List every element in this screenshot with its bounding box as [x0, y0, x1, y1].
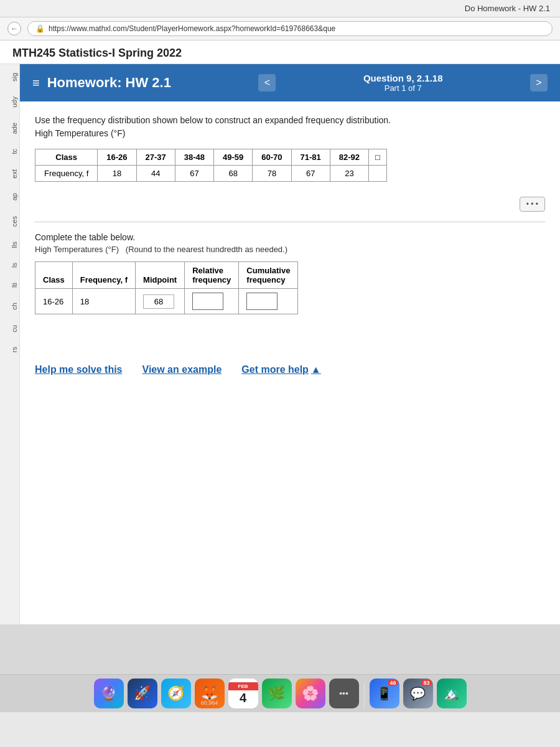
problem-instruction: Use the frequency distribution shown bel…	[35, 114, 545, 140]
mac-dock: 🔮 🚀 🧭 🦊 60,964 FEB 4 🌿 🌸 ••• 📱 46 💬 83 🏔…	[0, 674, 560, 712]
source-header-8292: 82-92	[330, 149, 368, 166]
relative-freq-input-1[interactable]	[192, 293, 223, 310]
ans-class-1: 16-26	[35, 289, 73, 314]
sidebar-label-lls: lls	[0, 239, 19, 250]
answer-table: Class Frequency, f Midpoint Relativefreq…	[35, 261, 298, 314]
dock-badge-83-count: 83	[421, 680, 431, 686]
content-spacer	[0, 624, 560, 674]
source-freq-2: 44	[136, 166, 175, 182]
cumulative-freq-input-1[interactable]	[246, 293, 278, 310]
more-btn-area: • • •	[35, 197, 545, 212]
sidebar-label-ade: ade	[0, 120, 19, 136]
dock-separator	[364, 684, 365, 708]
dock-safari[interactable]: 🧭	[161, 679, 191, 708]
source-freq-4: 68	[214, 166, 253, 182]
dock-rocket[interactable]: 🚀	[128, 679, 157, 708]
source-header-6070: 60-70	[253, 149, 291, 166]
dock-more[interactable]: •••	[329, 679, 359, 708]
sidebar-label-lti: lti	[0, 280, 19, 290]
source-header-3848: 38-48	[175, 149, 213, 166]
sidebar-label-tc: tc	[0, 146, 19, 157]
homework-title: Homework: HW 2.1	[47, 75, 171, 91]
sidebar-label-ap: ap	[0, 190, 19, 203]
get-more-help-button[interactable]: Get more help ▲	[241, 364, 320, 375]
answer-row-1: 16-26 18	[35, 289, 298, 314]
sidebar-label-udy: udy	[0, 94, 19, 110]
sidebar-label-ces: ces	[0, 214, 19, 229]
dock-badge-83[interactable]: 💬 83	[403, 679, 433, 708]
lock-icon: 🔒	[35, 24, 45, 33]
title-bar: Do Homework - HW 2.1	[0, 0, 560, 17]
dock-siri[interactable]: 🔮	[94, 679, 124, 708]
view-example-button[interactable]: View an example	[142, 364, 222, 375]
url-text: https://www.mathxl.com/Student/PlayerHom…	[49, 24, 335, 33]
dock-item-green[interactable]: 🌿	[262, 679, 292, 708]
prev-question-button[interactable]: <	[258, 74, 276, 92]
help-solve-button[interactable]: Help me solve this	[35, 364, 123, 375]
dock-cal-day: 4	[228, 690, 258, 705]
source-freq-3: 67	[175, 166, 213, 182]
sidebar: sig udy ade tc ext ap ces lls ls lti ch …	[0, 64, 20, 624]
complete-instruction: Complete the table below.	[35, 232, 545, 242]
action-buttons: Help me solve this View an example Get m…	[20, 352, 560, 388]
ans-header-freq: Frequency, f	[72, 262, 135, 289]
source-freq-5: 78	[253, 166, 291, 182]
sidebar-label-ext: ext	[0, 167, 19, 181]
ans-header-relative: Relativefrequency	[185, 262, 239, 289]
content-area: ≡ Homework: HW 2.1 < Question 9, 2.1.18 …	[20, 64, 560, 624]
course-title: MTH245 Statistics-I Spring 2022	[12, 47, 182, 59]
dock-badge-46-count: 46	[388, 680, 398, 686]
question-part: Part 1 of 7	[363, 83, 443, 93]
dock-firefox-label: 60,964	[201, 700, 218, 706]
dock-photos[interactable]: 🌸	[296, 679, 325, 708]
ans-header-class: Class	[35, 262, 73, 289]
midpoint-input-1[interactable]	[143, 294, 174, 309]
source-header-2737: 27-37	[136, 149, 175, 166]
source-header-class: Class	[35, 149, 98, 166]
ans-midpoint-1[interactable]	[136, 289, 185, 314]
dock-calendar[interactable]: FEB 4	[228, 679, 258, 708]
dock-img[interactable]: 🏔️	[437, 679, 467, 708]
course-header: MTH245 Statistics-I Spring 2022	[0, 40, 560, 64]
source-freq-6: 67	[291, 166, 330, 182]
menu-icon[interactable]: ≡	[32, 76, 40, 90]
ans-header-midpoint: Midpoint	[136, 262, 185, 289]
ans-header-cumulative: Cumulativefrequency	[239, 262, 298, 289]
dock-firefox[interactable]: 🦊 60,964	[195, 679, 225, 708]
source-freq-label: Frequency, f	[35, 166, 98, 182]
window-title: Do Homework - HW 2.1	[465, 4, 550, 13]
problem-area: Use the frequency distribution shown bel…	[20, 101, 560, 327]
ans-relative-1[interactable]	[185, 289, 239, 314]
divider	[35, 222, 545, 222]
next-question-button[interactable]: >	[530, 74, 548, 92]
sidebar-label-ch: ch	[0, 300, 19, 312]
sidebar-label-cu: cu	[0, 322, 19, 335]
source-freq-8	[369, 166, 387, 182]
sidebar-label-sig: sig	[0, 70, 19, 84]
source-header-4959: 49-59	[214, 149, 253, 166]
address-bar[interactable]: 🔒 https://www.mathxl.com/Student/PlayerH…	[27, 21, 553, 36]
more-options-button[interactable]: • • •	[520, 197, 545, 212]
question-info: Question 9, 2.1.18 Part 1 of 7	[363, 73, 443, 93]
dock-badge-46[interactable]: 📱 46	[370, 679, 399, 708]
back-button[interactable]: ←	[7, 22, 21, 35]
source-header-copy[interactable]: □	[369, 149, 387, 166]
source-freq-1: 18	[98, 166, 136, 182]
source-header-7181: 71-81	[291, 149, 330, 166]
browser-bar: ← 🔒 https://www.mathxl.com/Student/Playe…	[0, 17, 560, 40]
ans-freq-1: 18	[72, 289, 135, 314]
source-header-1626: 16-26	[98, 149, 136, 166]
homework-header: ≡ Homework: HW 2.1 < Question 9, 2.1.18 …	[20, 64, 560, 101]
round-note: High Temperatures (°F) (Round to the nea…	[35, 245, 545, 254]
source-table: Class 16-26 27-37 38-48 49-59 60-70 71-8…	[35, 149, 387, 182]
source-freq-7: 23	[330, 166, 368, 182]
sidebar-label-rs: rs	[0, 344, 19, 355]
homework-title-area: ≡ Homework: HW 2.1	[32, 75, 171, 91]
question-label: Question 9, 2.1.18	[363, 73, 443, 83]
dock-cal-month: FEB	[228, 682, 258, 690]
ans-cumulative-1[interactable]	[239, 289, 298, 314]
sidebar-label-ls: ls	[0, 260, 19, 270]
main-layout: sig udy ade tc ext ap ces lls ls lti ch …	[0, 64, 560, 624]
